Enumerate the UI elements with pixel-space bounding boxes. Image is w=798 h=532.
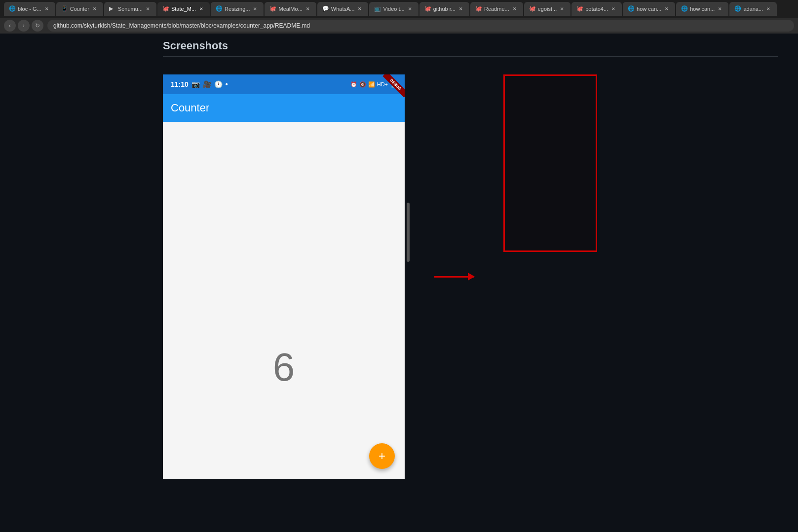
second-screenshot-placeholder [503,74,597,252]
tab-label-meal: MealMo... [278,6,302,12]
tab-bar: 🌐 bloc - G... ✕ 📱 Counter ✕ ▶ Sonumu... … [0,0,798,18]
page-content: Screenshots 11:10 📷 🎥 🕐 • [0,30,798,532]
tab-adana[interactable]: 🌐 adana... ✕ [729,2,777,16]
tab-label-counter: Counter [70,6,89,12]
tab-label-github: github r... [433,6,456,12]
tab-favicon-egoist: 🐙 [529,5,536,12]
back-button[interactable]: ‹ [4,20,16,32]
counter-value: 6 [273,345,295,390]
tab-state[interactable]: 🐙 State_M... ✕ [157,2,210,16]
tab-video[interactable]: 📺 Video t... ✕ [369,2,418,16]
tab-meal[interactable]: 🐙 MealMo... ✕ [265,2,316,16]
tab-label-how1: how can... [637,6,661,12]
tab-label-potato: potato4... [585,6,608,12]
phone-screen-wrapper: 11:10 📷 🎥 🕐 • ⏰ 🔇 📶 HD+ 📡 [163,74,405,479]
hd-badge: HD+ [377,81,388,87]
tab-label-egoist: egoist... [538,6,557,12]
tab-close-resizing[interactable]: ✕ [252,5,259,12]
tab-close-egoist[interactable]: ✕ [559,5,566,12]
wifi-icon: 📶 [368,81,375,88]
screenshots-container: 11:10 📷 🎥 🕐 • ⏰ 🔇 📶 HD+ 📡 [163,74,778,479]
tab-bloc[interactable]: 🌐 bloc - G... ✕ [4,2,55,16]
tab-close-potato[interactable]: ✕ [610,5,617,12]
tab-favicon-how2: 🌐 [681,5,688,12]
dot-icon: • [226,80,228,88]
tab-potato[interactable]: 🐙 potato4... ✕ [571,2,622,16]
tab-favicon-potato: 🐙 [576,5,583,12]
tab-close-meal[interactable]: ✕ [304,5,311,12]
tab-label-how2: how can... [690,6,715,12]
url-bar[interactable]: github.com/skyturkish/State_Managements/… [47,20,794,32]
signal-icon: 📡 [390,81,397,88]
tab-how2[interactable]: 🌐 how can... ✕ [676,2,728,16]
tab-label-readme: Readme... [484,6,509,12]
tab-label-whats: WhatsA... [331,6,355,12]
phone-scrollbar[interactable] [407,203,410,262]
tab-how1[interactable]: 🌐 how can... ✕ [623,2,675,16]
tab-favicon-github: 🐙 [424,5,431,12]
tab-label-resizing: Resizing... [225,6,250,12]
tab-close-whats[interactable]: ✕ [356,5,363,12]
tab-whats[interactable]: 💬 WhatsA... ✕ [317,2,369,16]
reload-button[interactable]: ↻ [32,20,43,32]
status-time: 11:10 📷 🎥 🕐 • [171,80,228,88]
tab-favicon-whats: 💬 [322,5,329,12]
status-icons-right: ⏰ 🔇 📶 HD+ 📡 [350,81,397,88]
tab-favicon-resizing: 🌐 [216,5,223,12]
arrow-container [434,74,474,479]
tab-favicon-counter: 📱 [61,5,68,12]
tab-github[interactable]: 🐙 github r... ✕ [419,2,469,16]
camera-icon: 📷 [191,80,200,88]
mute-icon: 🔇 [359,81,366,88]
tab-label-sonum: Sonumu... [118,6,143,12]
time-display: 11:10 [171,80,189,88]
screenshots-heading: Screenshots [163,39,778,57]
tab-close-state[interactable]: ✕ [198,5,205,12]
fab-add-button[interactable]: + [369,443,395,469]
tab-readme[interactable]: 🐙 Readme... ✕ [470,2,523,16]
tab-favicon-meal: 🐙 [269,5,276,12]
main-content: Screenshots 11:10 📷 🎥 🕐 • [143,30,798,532]
tab-favicon-sonum: ▶ [109,5,116,12]
tab-close-how1[interactable]: ✕ [663,5,670,12]
left-panel [0,30,143,532]
phone-screen-body: 6 + [163,122,405,479]
url-text: github.com/skyturkish/State_Managements/… [53,22,310,29]
nav-buttons: ‹ › ↻ [4,20,43,32]
address-bar: ‹ › ↻ github.com/skyturkish/State_Manage… [0,18,798,34]
tab-close-adana[interactable]: ✕ [765,5,772,12]
tab-favicon-adana: 🌐 [734,5,741,12]
tab-favicon-bloc: 🌐 [9,5,16,12]
alarm-icon: ⏰ [350,81,357,88]
tab-label-video: Video t... [383,6,404,12]
tab-label-bloc: bloc - G... [18,6,41,12]
clock-icon: 🕐 [214,80,223,88]
tab-close-sonum[interactable]: ✕ [145,5,152,12]
right-arrow [434,276,474,278]
tab-favicon-video: 📺 [374,5,381,12]
forward-button[interactable]: › [18,20,30,32]
tab-label-adana: adana... [743,6,763,12]
phone-status-bar: 11:10 📷 🎥 🕐 • ⏰ 🔇 📶 HD+ 📡 [163,74,405,94]
tab-counter[interactable]: 📱 Counter ✕ [56,2,103,16]
tab-egoist[interactable]: 🐙 egoist... ✕ [524,2,571,16]
tab-resizing[interactable]: 🌐 Resizing... ✕ [211,2,264,16]
tab-favicon-how1: 🌐 [628,5,635,12]
phone-mockup: 11:10 📷 🎥 🕐 • ⏰ 🔇 📶 HD+ 📡 [163,74,405,479]
tab-close-counter[interactable]: ✕ [91,5,98,12]
tab-favicon-readme: 🐙 [475,5,482,12]
tab-sonum[interactable]: ▶ Sonumu... ✕ [104,2,156,16]
tab-favicon-state: 🐙 [162,5,169,12]
tab-label-state: State_M... [171,6,196,12]
tab-close-how2[interactable]: ✕ [717,5,723,12]
video-icon: 🎥 [203,80,211,88]
tab-close-video[interactable]: ✕ [407,5,414,12]
tab-close-readme[interactable]: ✕ [511,5,518,12]
browser-chrome: 🌐 bloc - G... ✕ 📱 Counter ✕ ▶ Sonumu... … [0,0,798,30]
tab-close-github[interactable]: ✕ [457,5,464,12]
app-bar-title: Counter [171,102,209,114]
tab-close-bloc[interactable]: ✕ [43,5,50,12]
phone-app-bar: Counter [163,94,405,122]
